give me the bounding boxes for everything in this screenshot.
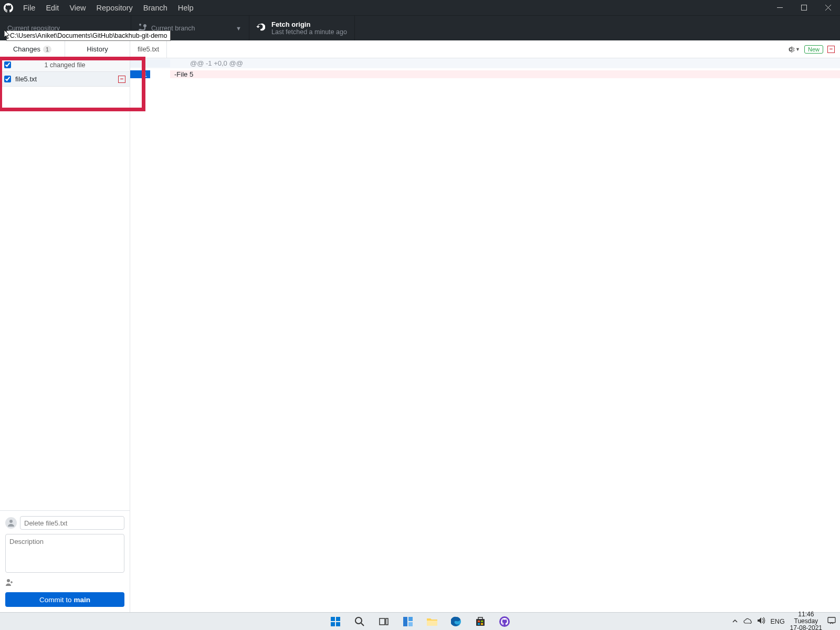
close-button[interactable] [816,0,840,15]
tab-changes-label: Changes [13,45,40,53]
widgets-button[interactable] [401,614,415,629]
microsoft-store-icon[interactable] [473,614,488,629]
select-all-checkbox[interactable] [4,61,11,68]
svg-point-5 [7,579,10,582]
svg-rect-7 [336,617,340,621]
tab-bar: Changes 1 History file5.txt ▼ New − [0,40,840,58]
file-deleted-icon: − [118,76,125,83]
diff-settings-button[interactable]: ▼ [786,45,800,54]
commit-description-input[interactable] [5,534,124,573]
commit-button-branch: main [74,596,90,604]
tray-clock[interactable]: 11:46 Tuesday 17-08-2021 [790,611,822,630]
commit-form: Commit to main [0,510,130,612]
diff-hunk-header: @@ -1 +0,0 @@ [130,58,840,68]
svg-rect-12 [380,618,385,625]
menu-repository[interactable]: Repository [91,0,138,15]
tray-date: 17-08-2021 [790,625,822,630]
user-avatar [5,517,17,529]
svg-rect-6 [331,617,335,621]
menu-help[interactable]: Help [173,0,199,15]
system-tray: ENG 11:46 Tuesday 17-08-2021 [732,611,836,630]
tray-volume-icon[interactable] [757,617,765,626]
commit-button-prefix: Commit to [39,596,74,604]
changes-sidebar: 1 changed file file5.txt − Commit to mai… [0,58,130,612]
svg-rect-21 [478,621,480,622]
svg-rect-15 [408,617,413,621]
titlebar: File Edit View Repository Branch Help [0,0,840,15]
fetch-subtitle: Last fetched a minute ago [271,28,347,36]
tab-changes[interactable]: Changes 1 [0,40,65,58]
start-button[interactable] [328,614,343,629]
tray-overflow-icon[interactable] [732,617,738,626]
tab-history-label: History [87,45,108,53]
menu-branch[interactable]: Branch [138,0,173,15]
current-repository-selector[interactable]: Current repository C:\Users\Aniket\Docum… [0,16,131,40]
diff-view: @@ -1 +0,0 @@ 1 -File 5 [130,58,840,612]
svg-rect-19 [476,619,485,626]
svg-rect-16 [408,622,413,626]
changed-file-name: file5.txt [15,75,37,83]
cursor-icon [4,30,12,41]
svg-rect-14 [403,617,407,626]
menu-edit[interactable]: Edit [40,0,64,15]
chevron-down-icon: ▼ [236,25,242,32]
fetch-title: Fetch origin [271,20,347,28]
svg-rect-26 [828,617,835,623]
toolbar: Current repository C:\Users\Aniket\Docum… [0,15,840,40]
svg-rect-22 [481,621,483,622]
svg-rect-9 [336,622,340,626]
file-explorer-icon[interactable] [425,614,439,629]
collapse-diff-button[interactable]: − [827,46,835,53]
maximize-button[interactable] [792,0,816,15]
open-file-tab-label: file5.txt [138,45,159,53]
diff-old-line-number: 1 [130,70,150,78]
changes-list-header: 1 changed file [0,58,130,72]
window-controls [768,0,840,15]
tray-notifications-icon[interactable] [827,616,836,626]
svg-rect-20 [478,617,482,620]
menu-file[interactable]: File [18,0,40,15]
sync-icon [256,22,265,34]
svg-point-4 [9,520,13,523]
tray-time: 11:46 [790,611,822,618]
changed-file-row[interactable]: file5.txt − [0,72,130,87]
tab-history[interactable]: History [65,40,130,58]
open-file-tab[interactable]: file5.txt [130,40,167,58]
diff-line[interactable]: 1 -File 5 [130,68,840,80]
menu-view[interactable]: View [64,0,91,15]
diff-hunk-text: @@ -1 +0,0 @@ [170,59,840,67]
github-desktop-taskbar-icon[interactable] [497,614,512,629]
new-badge[interactable]: New [804,45,823,54]
changes-count-badge: 1 [43,46,51,53]
commit-button[interactable]: Commit to main [5,592,124,607]
diff-line-content: -File 5 [170,70,840,78]
task-view-button[interactable] [376,614,391,629]
svg-rect-13 [386,618,388,625]
add-coauthor-button[interactable] [5,578,14,588]
search-button[interactable] [352,614,367,629]
svg-rect-8 [331,622,335,626]
svg-line-11 [361,623,364,626]
changed-files-count: 1 changed file [45,61,86,69]
svg-rect-17 [427,621,437,626]
main-area: 1 changed file file5.txt − Commit to mai… [0,58,840,612]
commit-summary-input[interactable] [20,516,124,530]
repository-path-tooltip: C:\Users\Aniket\Documents\GitHub\backhub… [6,30,171,41]
fetch-origin-button[interactable]: Fetch origin Last fetched a minute ago [249,16,355,40]
windows-taskbar: ENG 11:46 Tuesday 17-08-2021 [0,612,840,630]
svg-rect-0 [777,7,783,8]
edge-browser-icon[interactable] [449,614,464,629]
svg-point-10 [355,617,362,624]
svg-rect-24 [481,623,483,625]
tray-language[interactable]: ENG [771,618,785,625]
svg-rect-1 [801,5,806,10]
minimize-button[interactable] [768,0,792,15]
github-icon [3,3,14,13]
file-checkbox[interactable] [4,76,11,82]
tray-onedrive-icon[interactable] [743,617,752,626]
svg-rect-23 [478,623,480,625]
